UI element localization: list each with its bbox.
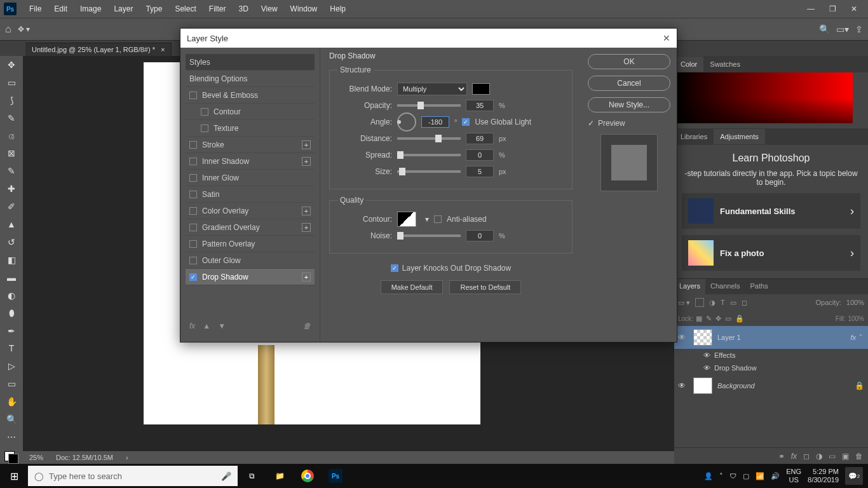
color-picker[interactable] bbox=[674, 72, 853, 123]
healing-tool[interactable]: ✚ bbox=[4, 182, 18, 195]
opacity-slider[interactable] bbox=[397, 104, 461, 107]
effect-stroke[interactable]: Stroke+ bbox=[186, 137, 315, 153]
wifi-icon[interactable]: 📶 bbox=[756, 472, 764, 480]
filter-icon[interactable]: ▭ bbox=[730, 299, 736, 307]
spread-slider[interactable] bbox=[397, 154, 461, 156]
checkbox[interactable] bbox=[189, 174, 197, 182]
visibility-icon[interactable]: 👁 bbox=[678, 333, 688, 342]
preview-checkbox[interactable]: ✓ bbox=[588, 119, 594, 128]
checkbox[interactable] bbox=[189, 257, 197, 264]
mic-icon[interactable]: 🎤 bbox=[221, 471, 231, 481]
angle-dial[interactable] bbox=[397, 112, 416, 132]
menu-filter[interactable]: Filter bbox=[203, 4, 233, 13]
lock-all-icon[interactable]: 🔒 bbox=[735, 315, 744, 323]
fx-badge[interactable]: fx ˅ bbox=[850, 334, 862, 342]
ok-button[interactable]: OK bbox=[588, 54, 670, 69]
fx-icon[interactable]: fx bbox=[189, 322, 195, 330]
add-effect-icon[interactable]: + bbox=[302, 157, 311, 166]
menu-file[interactable]: File bbox=[23, 4, 48, 13]
filter-icon[interactable] bbox=[695, 298, 704, 307]
opacity-value[interactable]: 100% bbox=[846, 299, 864, 306]
checkbox[interactable] bbox=[201, 108, 208, 116]
move-up-icon[interactable]: ▲ bbox=[203, 322, 210, 330]
path-select-tool[interactable]: ▷ bbox=[4, 360, 18, 372]
dialog-titlebar[interactable]: Layer Style ✕ bbox=[180, 29, 677, 48]
size-input[interactable]: 5 bbox=[466, 166, 494, 177]
cancel-button[interactable]: Cancel bbox=[588, 76, 670, 91]
layer-row-layer1[interactable]: 👁 Layer 1 fx ˅ bbox=[674, 326, 868, 349]
effect-innerglow[interactable]: Inner Glow bbox=[186, 170, 315, 186]
tab-paths[interactable]: Paths bbox=[745, 279, 773, 294]
volume-icon[interactable]: 🔊 bbox=[771, 472, 780, 480]
styles-header[interactable]: Styles bbox=[186, 54, 315, 71]
effect-patternoverlay[interactable]: Pattern Overlay bbox=[186, 236, 315, 252]
effect-gradientoverlay[interactable]: Gradient Overlay+ bbox=[186, 219, 315, 236]
blendmode-select[interactable]: Multiply bbox=[397, 83, 467, 95]
home-icon[interactable]: ⌂ bbox=[5, 24, 11, 35]
effect-satin[interactable]: Satin bbox=[186, 186, 315, 203]
type-tool[interactable]: T bbox=[4, 342, 18, 355]
tab-color[interactable]: Color bbox=[674, 57, 703, 72]
eyedropper-tool[interactable]: ✎ bbox=[4, 165, 18, 177]
gradient-tool[interactable]: ▬ bbox=[4, 271, 18, 284]
rectangle-tool[interactable]: ▭ bbox=[4, 377, 18, 390]
lasso-tool[interactable]: ⟆ bbox=[4, 94, 18, 107]
zoom-level[interactable]: 25% bbox=[29, 454, 43, 461]
effect-coloroverlay[interactable]: Color Overlay+ bbox=[186, 203, 315, 219]
group-icon[interactable]: ▭ bbox=[829, 452, 836, 461]
add-effect-icon[interactable]: + bbox=[302, 207, 311, 215]
people-icon[interactable]: 👤 bbox=[704, 472, 713, 480]
checkbox[interactable] bbox=[201, 125, 208, 132]
search-icon[interactable]: 🔍 bbox=[819, 24, 830, 34]
lock-artboard-icon[interactable]: ▭ bbox=[725, 315, 731, 323]
move-down-icon[interactable]: ▼ bbox=[218, 322, 226, 330]
marquee-tool[interactable]: ▭ bbox=[4, 76, 18, 89]
window-restore-icon[interactable]: ❐ bbox=[826, 4, 839, 13]
crop-tool[interactable]: ⟃ bbox=[4, 130, 18, 142]
brush-tool[interactable]: ✐ bbox=[4, 200, 18, 213]
effect-texture[interactable]: Texture bbox=[186, 120, 315, 137]
effect-bevel[interactable]: Bevel & Emboss bbox=[186, 87, 315, 104]
task-view-icon[interactable]: ⧉ bbox=[238, 464, 266, 488]
menu-image[interactable]: Image bbox=[74, 4, 107, 13]
window-minimize-icon[interactable]: — bbox=[804, 4, 817, 13]
visibility-icon[interactable]: 👁 bbox=[678, 381, 688, 390]
menu-window[interactable]: Window bbox=[284, 4, 324, 13]
layer-style-icon[interactable]: fx bbox=[791, 452, 797, 461]
battery-icon[interactable]: ▢ bbox=[743, 472, 749, 480]
lock-paint-icon[interactable]: ✎ bbox=[706, 315, 712, 323]
visibility-icon[interactable]: 👁 bbox=[703, 351, 710, 359]
dodge-tool[interactable]: ⬮ bbox=[4, 307, 18, 320]
window-close-icon[interactable]: ✕ bbox=[848, 4, 860, 13]
layer-mask-icon[interactable]: ◻ bbox=[803, 452, 810, 461]
new-layer-icon[interactable]: ▣ bbox=[842, 452, 849, 461]
chrome-icon[interactable] bbox=[294, 464, 322, 488]
history-brush-tool[interactable]: ↺ bbox=[4, 236, 18, 248]
new-style-button[interactable]: New Style... bbox=[588, 97, 670, 112]
frame-tool[interactable]: ⊠ bbox=[4, 147, 18, 160]
menu-3d[interactable]: 3D bbox=[232, 4, 254, 13]
move-tool-icon[interactable]: ✥ ▾ bbox=[18, 25, 30, 34]
filter-icon[interactable]: T bbox=[721, 299, 725, 306]
menu-type[interactable]: Type bbox=[139, 4, 168, 13]
file-explorer-icon[interactable]: 📁 bbox=[266, 464, 294, 488]
tab-adjustments[interactable]: Adjustments bbox=[714, 129, 765, 144]
learn-card-fundamental[interactable]: Fundamental Skills › bbox=[682, 193, 860, 229]
effect-outerglow[interactable]: Outer Glow bbox=[186, 252, 315, 269]
clone-tool[interactable]: ▲ bbox=[4, 218, 18, 231]
global-light-checkbox[interactable]: ✓ bbox=[462, 118, 470, 126]
eraser-tool[interactable]: ◧ bbox=[4, 254, 18, 266]
share-icon[interactable]: ⇪ bbox=[855, 24, 863, 34]
checkbox[interactable]: ✓ bbox=[189, 273, 197, 281]
dialog-close-icon[interactable]: ✕ bbox=[663, 33, 670, 43]
effect-contour[interactable]: Contour bbox=[186, 104, 315, 120]
layer-effect-dropshadow[interactable]: 👁Drop Shadow bbox=[674, 362, 868, 374]
taskbar-search[interactable]: ◯ Type here to search 🎤 bbox=[28, 466, 238, 486]
make-default-button[interactable]: Make Default bbox=[381, 280, 444, 294]
tray-up-icon[interactable]: ˄ bbox=[719, 472, 723, 480]
add-effect-icon[interactable]: + bbox=[302, 140, 311, 149]
delete-layer-icon[interactable]: 🗑 bbox=[855, 452, 863, 461]
add-effect-icon[interactable]: + bbox=[302, 273, 311, 281]
noise-input[interactable]: 0 bbox=[466, 230, 494, 241]
workspace-icon[interactable]: ▭▾ bbox=[836, 24, 849, 34]
